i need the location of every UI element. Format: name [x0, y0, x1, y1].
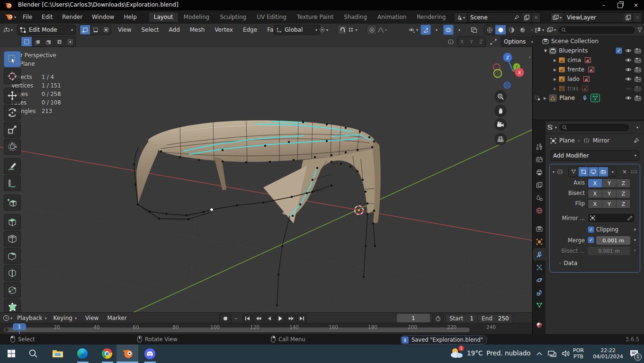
tab-layout[interactable]: Layout	[149, 12, 178, 22]
tab-tool[interactable]	[533, 140, 546, 153]
outliner-row-lado[interactable]: ▶ lado	[533, 74, 644, 84]
modifier-delete-button[interactable]: ×	[622, 168, 627, 175]
xray-toggle-button[interactable]	[469, 25, 479, 35]
keying-menu[interactable]: Keying▾	[54, 315, 77, 321]
options-dropdown[interactable]: Options ▾	[501, 36, 536, 47]
outliner-row-plane[interactable]: ▶ Plane	[533, 93, 644, 103]
start-button[interactable]	[5, 347, 18, 360]
eye-icon[interactable]	[625, 95, 632, 101]
close-button[interactable]: ×	[628, 0, 644, 10]
editor-type-button[interactable]: ▾	[3, 25, 13, 35]
select-invert-button[interactable]	[54, 37, 65, 46]
face-select-button[interactable]	[101, 25, 111, 35]
file-explorer-button[interactable]	[52, 347, 64, 360]
tab-view-layer[interactable]	[533, 178, 546, 191]
camera-render-icon[interactable]	[635, 76, 641, 82]
next-keyframe-button[interactable]	[286, 314, 296, 323]
pivot-point-button[interactable]: ▾	[318, 25, 329, 35]
tab-output[interactable]	[533, 166, 546, 178]
mirror-z-button[interactable]: Z	[476, 37, 485, 46]
show-in-render-button[interactable]	[599, 167, 608, 177]
viewlayer-new-button[interactable]	[624, 13, 633, 22]
tab-scene[interactable]	[533, 191, 546, 204]
transform-orientation[interactable]: Global ▾	[274, 25, 320, 35]
tab-modeling[interactable]: Modeling	[179, 12, 215, 22]
eye-icon[interactable]	[625, 67, 632, 72]
playback-menu[interactable]: Playback▾	[17, 315, 47, 321]
tool-transform[interactable]	[4, 139, 21, 155]
select-subtract-button[interactable]	[43, 37, 54, 46]
weather-widget[interactable]: 1 19°C Pred. nublado	[449, 347, 531, 359]
discord-button[interactable]	[143, 347, 156, 360]
jump-to-end-button[interactable]	[297, 314, 307, 323]
tab-physics[interactable]	[533, 274, 546, 286]
end-frame-field[interactable]: End 250	[478, 314, 513, 323]
timeline-scrollbar[interactable]	[4, 328, 470, 332]
properties-search-input[interactable]	[559, 123, 630, 132]
show-gizmo-button[interactable]	[420, 25, 431, 35]
menu-edge[interactable]: Edge	[243, 27, 257, 33]
edge-select-button[interactable]	[90, 25, 101, 35]
merge-value-field[interactable]: 0.001 m	[596, 236, 630, 245]
falloff-button[interactable]: ▾	[377, 25, 387, 35]
tool-annotate[interactable]	[4, 158, 21, 174]
camera-view-button[interactable]	[494, 118, 507, 131]
sidebar-collapse-icon[interactable]: ‹	[528, 54, 531, 61]
material-shading-button[interactable]	[506, 25, 517, 35]
proportional-edit-button[interactable]	[367, 25, 377, 35]
tab-animation[interactable]: Animation	[373, 12, 411, 22]
flip-y-button[interactable]: Y	[602, 200, 617, 208]
viewlayer-remove-button[interactable]: ×	[633, 13, 642, 22]
tool-rotate[interactable]	[4, 105, 21, 121]
menu-file[interactable]: File	[18, 14, 37, 20]
outliner-row-blueprints[interactable]: ▼ Blueprints ✓	[533, 46, 644, 55]
restore-button[interactable]	[612, 0, 628, 10]
viewlayer-name-field[interactable]: ViewLayer	[564, 14, 624, 21]
jump-to-start-button[interactable]	[242, 314, 252, 323]
mode-selector[interactable]: Edit Mode ▾	[17, 25, 76, 35]
current-frame-field[interactable]: 1	[397, 314, 430, 322]
outliner-row-frente[interactable]: ▶ frente	[533, 65, 644, 74]
eyedropper-icon[interactable]	[627, 215, 633, 221]
gizmo-options-button[interactable]: ▾	[431, 25, 441, 35]
eye-closed-icon[interactable]	[625, 86, 632, 91]
tab-texture-paint[interactable]: Texture Paint	[292, 12, 338, 22]
flip-z-button[interactable]: Z	[617, 200, 630, 208]
camera-render-icon[interactable]	[635, 67, 641, 72]
drag-handle-icon[interactable]	[630, 170, 637, 174]
filter-icon[interactable]	[637, 27, 642, 33]
show-object-types-button[interactable]: ▾	[408, 25, 419, 35]
show-overlays-button[interactable]	[443, 25, 454, 35]
timeline-view-menu[interactable]: View	[85, 315, 98, 321]
animate-dot[interactable]	[634, 229, 636, 230]
tool-inset[interactable]	[4, 231, 21, 247]
navigation-gizmo[interactable]: Z Y X	[493, 53, 524, 89]
tool-select-box[interactable]	[4, 51, 21, 67]
expand-icon[interactable]: ▼	[544, 49, 547, 53]
tool-knife[interactable]	[4, 282, 21, 298]
show-in-viewport-button[interactable]	[589, 167, 599, 177]
tab-render[interactable]	[533, 153, 546, 166]
wireframe-shading-button[interactable]	[484, 25, 495, 35]
animate-dot[interactable]	[634, 239, 636, 241]
axis-y-button[interactable]: Y	[602, 179, 617, 187]
outliner-display-button[interactable]: ▾	[547, 27, 556, 33]
snap-base-button[interactable]	[488, 36, 499, 47]
timeline-marker-menu[interactable]: Marker	[107, 315, 126, 321]
tool-add-cube[interactable]	[4, 195, 21, 211]
axis-x-button[interactable]: X	[588, 179, 602, 187]
menu-mesh[interactable]: Mesh	[190, 27, 205, 33]
tab-collection[interactable]	[533, 222, 546, 235]
breadcrumb-modifier[interactable]: Mirror	[593, 137, 609, 144]
timeline-ruler[interactable]: 20 40 60 80 100 120 140 160 180 200 220 …	[0, 323, 532, 335]
outliner-row-tras[interactable]: ▶ tras	[533, 84, 644, 93]
outliner-filter-mode-button[interactable]: ▾	[535, 27, 544, 33]
snap-target-button[interactable]: ▾	[348, 25, 358, 35]
solid-shading-button[interactable]	[495, 25, 506, 35]
tool-bevel[interactable]	[4, 248, 21, 264]
prev-frame-button[interactable]	[264, 314, 274, 323]
merge-checkbox[interactable]: ✓	[588, 237, 594, 243]
expand-icon[interactable]: ▶	[554, 68, 556, 72]
expand-icon[interactable]: ▶	[554, 77, 556, 81]
tab-world[interactable]	[533, 204, 546, 217]
